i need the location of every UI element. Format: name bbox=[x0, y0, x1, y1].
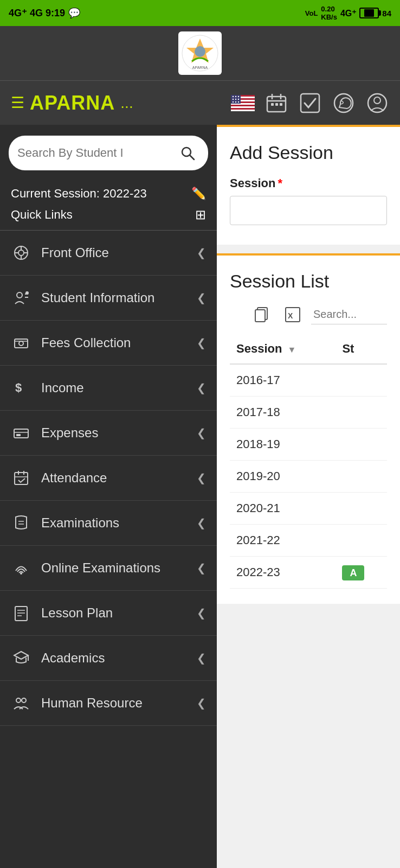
sidebar-item-examinations[interactable]: Examinations ❮ bbox=[0, 501, 217, 546]
current-session-text: Current Session: 2022-23 bbox=[11, 187, 147, 201]
svg-rect-9 bbox=[231, 110, 255, 111]
flag-button[interactable] bbox=[231, 91, 255, 115]
svg-rect-24 bbox=[271, 103, 274, 106]
svg-point-63 bbox=[16, 698, 21, 703]
lesson-plan-icon bbox=[11, 603, 31, 623]
svg-rect-66 bbox=[255, 310, 265, 322]
fees-collection-chevron: ❮ bbox=[197, 336, 206, 349]
status-column-header: St bbox=[336, 334, 387, 364]
required-star: * bbox=[278, 176, 282, 190]
sidebar-item-student-information[interactable]: Student Information ❮ bbox=[0, 276, 217, 321]
lesson-plan-chevron: ❮ bbox=[197, 607, 206, 620]
calendar-button[interactable] bbox=[264, 91, 288, 115]
nav-bar: ☰ APARNA ... bbox=[0, 80, 400, 125]
examinations-label: Examinations bbox=[41, 515, 187, 531]
whatsapp-status-icon: 💬 bbox=[68, 7, 80, 19]
svg-rect-25 bbox=[275, 103, 278, 106]
svg-point-11 bbox=[233, 95, 234, 97]
search-button[interactable] bbox=[176, 141, 199, 165]
search-input[interactable] bbox=[17, 146, 171, 160]
table-controls: X bbox=[230, 303, 387, 327]
svg-point-15 bbox=[235, 98, 236, 99]
svg-rect-27 bbox=[301, 94, 319, 112]
status-left: 4G⁺ 4G 9:19 💬 bbox=[9, 7, 80, 19]
svg-rect-47 bbox=[14, 429, 28, 438]
session-column-header: Session ▼ bbox=[230, 334, 336, 364]
table-search-input[interactable] bbox=[311, 305, 387, 324]
sidebar-item-front-office[interactable]: Front Office ❮ bbox=[0, 231, 217, 276]
table-row: 2020-21 bbox=[230, 493, 387, 525]
app-dots: ... bbox=[120, 94, 133, 112]
check-button[interactable] bbox=[298, 91, 322, 115]
online-examinations-chevron: ❮ bbox=[197, 561, 206, 575]
front-office-icon bbox=[11, 242, 31, 263]
status-cell bbox=[336, 364, 387, 397]
table-row: 2018-19 bbox=[230, 429, 387, 461]
svg-point-17 bbox=[233, 101, 234, 102]
status-cell bbox=[336, 493, 387, 525]
table-row: 2019-20 bbox=[230, 461, 387, 493]
sidebar-item-expenses[interactable]: Expenses ❮ bbox=[0, 411, 217, 456]
svg-point-34 bbox=[18, 250, 24, 256]
sidebar-item-academics[interactable]: Academics ❮ bbox=[0, 636, 217, 681]
quick-links-label: Quick Links bbox=[11, 208, 73, 222]
student-information-icon bbox=[11, 288, 31, 308]
sidebar-item-income[interactable]: $ Income ❮ bbox=[0, 366, 217, 411]
copy-icon[interactable] bbox=[250, 303, 274, 327]
income-chevron: ❮ bbox=[197, 381, 206, 394]
main-content: Current Session: 2022-23 ✏️ Quick Links … bbox=[0, 125, 400, 868]
right-panel: Add Session Session* Session List bbox=[217, 125, 400, 868]
table-row: 2022-23A bbox=[230, 557, 387, 589]
battery-indicator bbox=[359, 8, 379, 18]
sidebar-item-online-examinations[interactable]: Online Examinations ❮ bbox=[0, 546, 217, 591]
data-speed: 0.20KB/s bbox=[321, 5, 337, 21]
battery-percent: 84 bbox=[382, 9, 391, 18]
status-cell bbox=[336, 429, 387, 461]
whatsapp-button[interactable] bbox=[332, 91, 356, 115]
session-info: Current Session: 2022-23 ✏️ bbox=[0, 181, 217, 204]
academics-chevron: ❮ bbox=[197, 652, 206, 665]
session-field-label: Session* bbox=[230, 176, 387, 190]
table-row: 2016-17 bbox=[230, 364, 387, 397]
svg-point-42 bbox=[25, 291, 29, 295]
svg-point-16 bbox=[238, 98, 239, 99]
table-row: 2017-18 bbox=[230, 397, 387, 429]
academics-icon bbox=[11, 648, 31, 668]
network-4g: 4G⁺ bbox=[340, 8, 356, 18]
sidebar-item-fees-collection[interactable]: Fees Collection ❮ bbox=[0, 321, 217, 366]
attendance-icon bbox=[11, 468, 31, 488]
fees-collection-icon bbox=[11, 333, 31, 353]
attendance-chevron: ❮ bbox=[197, 471, 206, 484]
hamburger-menu[interactable]: ☰ bbox=[11, 94, 24, 112]
profile-button[interactable] bbox=[365, 91, 389, 115]
session-cell: 2021-22 bbox=[230, 525, 336, 557]
svg-text:$: $ bbox=[15, 381, 22, 394]
fees-collection-label: Fees Collection bbox=[41, 335, 187, 350]
session-cell: 2022-23 bbox=[230, 557, 336, 589]
excel-icon[interactable]: X bbox=[281, 303, 305, 327]
online-examinations-label: Online Examinations bbox=[41, 560, 187, 576]
lesson-plan-label: Lesson Plan bbox=[41, 605, 187, 621]
svg-rect-50 bbox=[15, 473, 28, 484]
grid-icon[interactable]: ⊞ bbox=[195, 207, 206, 222]
session-cell: 2018-19 bbox=[230, 429, 336, 461]
quick-links: Quick Links ⊞ bbox=[0, 204, 217, 230]
session-list-title: Session List bbox=[230, 271, 387, 292]
student-information-chevron: ❮ bbox=[197, 291, 206, 304]
session-input[interactable] bbox=[230, 196, 387, 225]
human-resource-chevron: ❮ bbox=[197, 697, 206, 710]
front-office-chevron: ❮ bbox=[197, 246, 206, 259]
status-bar: 4G⁺ 4G 9:19 💬 VoL 0.20KB/s 4G⁺ 84 bbox=[0, 0, 400, 26]
sidebar-item-lesson-plan[interactable]: Lesson Plan ❮ bbox=[0, 591, 217, 636]
session-table: Session ▼ St 2016-172017-182018-192019-2… bbox=[230, 334, 387, 589]
svg-point-28 bbox=[334, 94, 353, 112]
edit-session-icon[interactable]: ✏️ bbox=[191, 187, 206, 201]
sidebar-item-attendance[interactable]: Attendance ❮ bbox=[0, 456, 217, 501]
svg-rect-8 bbox=[231, 106, 255, 108]
human-resource-label: Human Resource bbox=[41, 695, 187, 711]
income-icon: $ bbox=[11, 378, 31, 398]
svg-point-13 bbox=[238, 95, 239, 97]
app-name: APARNA bbox=[30, 92, 115, 114]
sidebar-item-human-resource[interactable]: Human Resource ❮ bbox=[0, 681, 217, 726]
svg-rect-49 bbox=[16, 434, 21, 436]
